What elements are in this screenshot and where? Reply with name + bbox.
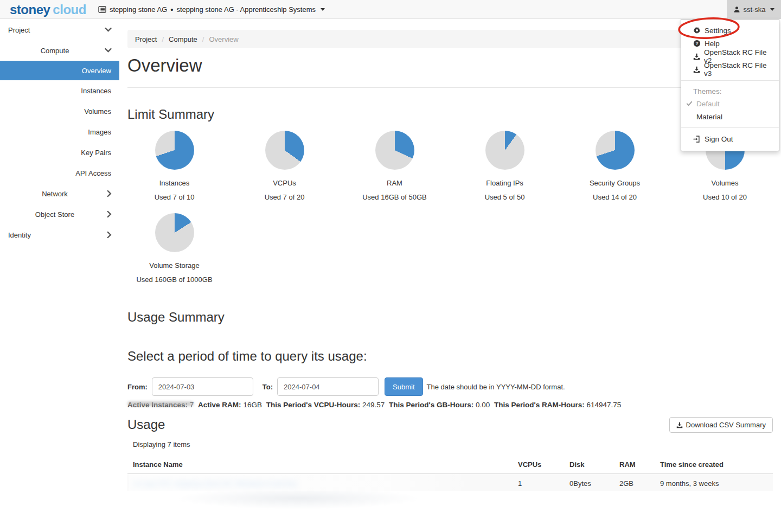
menu-item-rc-file-v3[interactable]: OpenStack RC File v3 — [681, 63, 779, 76]
menu-item-label: Settings — [705, 27, 731, 35]
theme-option-default[interactable]: Default — [681, 97, 779, 110]
from-date-input[interactable] — [152, 377, 253, 396]
sidebar-item-label: Compute — [41, 47, 69, 55]
user-menu-button[interactable]: sst-ska — [727, 0, 781, 19]
sidebar-item-key-pairs[interactable]: Key Pairs — [0, 142, 119, 163]
redaction-haze-bottom — [136, 491, 472, 519]
breadcrumb-separator: / — [202, 35, 204, 43]
usage-title: Usage — [127, 417, 165, 432]
brand-bold: stoney — [10, 2, 50, 17]
breadcrumb-project[interactable]: Project — [135, 35, 157, 43]
sidebar-item-api-access[interactable]: API Access — [0, 163, 119, 183]
sidebar-item-identity[interactable]: Identity — [0, 225, 119, 245]
date-format-hint: The date should be in YYYY-MM-DD format. — [427, 383, 565, 391]
limit-chart-ram: RAM Used 16GB of 50GB — [340, 131, 450, 201]
stat-value: 249.57 — [362, 401, 385, 409]
domain-list-icon — [98, 6, 106, 13]
sidebar-item-volumes[interactable]: Volumes — [0, 101, 119, 121]
gear-icon — [693, 27, 701, 34]
pie-chart-instances — [155, 131, 194, 170]
theme-option-label: Material — [696, 113, 722, 121]
pie-chart-floating-ips — [485, 131, 524, 170]
page-cutoff-area — [0, 491, 781, 532]
user-icon — [733, 6, 740, 13]
date-query-form: From: To: Submit The date should be in Y… — [127, 377, 773, 396]
breadcrumb-overview: Overview — [209, 35, 238, 43]
table-header-row: Instance Name VCPUs Disk RAM Time since … — [127, 456, 773, 474]
sidebar-item-network[interactable]: Network — [0, 183, 119, 204]
limit-summary-charts: Instances Used 7 of 10 VCPUs Used 7 of 2… — [119, 131, 780, 296]
pie-chart-security-groups — [596, 131, 635, 170]
pie-usage: Used 10 of 20 — [703, 193, 747, 201]
sidebar-item-images[interactable]: Images — [0, 121, 119, 142]
svg-text:?: ? — [695, 41, 698, 46]
question-circle-icon: ? — [693, 40, 701, 47]
menu-item-sign-out[interactable]: Sign Out — [681, 132, 779, 145]
submit-button[interactable]: Submit — [385, 377, 422, 396]
usage-stats-line: Active Instances: 7 Active RAM: 16GB Thi… — [127, 401, 773, 409]
page-title: Overview — [127, 55, 773, 76]
sidebar-item-label: Identity — [8, 231, 31, 239]
user-name: sst-ska — [743, 5, 765, 14]
col-time-since-created: Time since created — [655, 456, 773, 474]
download-csv-button[interactable]: Download CSV Summary — [669, 417, 773, 433]
col-instance-name: Instance Name — [127, 456, 513, 474]
col-vcpus: VCPUs — [513, 456, 564, 474]
pie-chart-vcpus — [265, 131, 304, 170]
sidebar-item-label: Project — [8, 26, 30, 34]
sign-out-icon — [693, 136, 701, 143]
title-divider — [127, 87, 773, 88]
pie-usage: Used 160GB of 1000GB — [136, 275, 212, 284]
pie-label: Floating IPs — [486, 179, 523, 187]
items-count: Displaying 7 items — [127, 440, 773, 448]
themes-section-label: Themes: — [681, 85, 779, 97]
sidebar-nav: Project Compute Overview Instances Volum… — [0, 20, 119, 532]
stat-value: 0.00 — [476, 401, 490, 409]
pie-label: VCPUs — [273, 179, 296, 187]
download-icon — [676, 422, 683, 428]
chevron-down-icon — [770, 8, 774, 11]
stat-label: This Period's VCPU-Hours: — [266, 401, 360, 409]
sidebar-item-label: API Access — [75, 169, 111, 177]
menu-item-settings[interactable]: Settings — [681, 24, 779, 37]
pie-usage: Used 7 of 20 — [265, 193, 305, 201]
sidebar-item-label: Object Store — [35, 210, 74, 219]
sidebar-item-label: Images — [88, 128, 111, 136]
context-separator: • — [170, 7, 173, 12]
download-icon — [693, 53, 700, 60]
to-date-input[interactable] — [277, 377, 379, 396]
limit-chart-floating-ips: Floating IPs Used 5 of 50 — [450, 131, 560, 201]
sidebar-item-overview[interactable]: Overview — [0, 61, 119, 80]
menu-item-label: OpenStack RC File v3 — [704, 61, 773, 78]
limit-chart-security-groups: Security Groups Used 14 of 20 — [560, 131, 670, 201]
brand-light: cloud — [53, 2, 86, 17]
to-label: To: — [263, 383, 273, 391]
sidebar-item-instances[interactable]: Instances — [0, 80, 119, 101]
limit-chart-instances: Instances Used 7 of 10 — [119, 131, 229, 201]
stat-label: This Period's RAM-Hours: — [494, 401, 585, 409]
stat-value: 7 — [190, 401, 194, 409]
sidebar-item-compute[interactable]: Compute — [0, 40, 119, 61]
stat-value: 614947.75 — [587, 401, 622, 409]
project-switcher[interactable]: stepping stone AG • stepping stone AG - … — [98, 0, 325, 19]
stat-label: Active RAM: — [198, 401, 241, 409]
col-disk: Disk — [564, 456, 614, 474]
theme-option-material[interactable]: Material — [681, 110, 779, 123]
menu-divider — [681, 127, 779, 128]
breadcrumb-compute[interactable]: Compute — [169, 35, 197, 43]
chevron-down-icon — [321, 8, 325, 11]
limit-summary-title: Limit Summary — [127, 107, 773, 122]
limit-chart-vcpus: VCPUs Used 7 of 20 — [229, 131, 340, 201]
pie-usage: Used 7 of 10 — [155, 193, 195, 201]
from-label: From: — [127, 383, 148, 391]
usage-summary-title: Usage Summary — [127, 310, 773, 325]
user-dropdown-menu: Settings ? Help OpenStack RC File v2 Ope… — [681, 19, 779, 151]
pie-label: Instances — [159, 179, 190, 187]
pie-usage: Used 5 of 50 — [485, 193, 525, 201]
brand-logo[interactable]: stoneycloud — [10, 2, 86, 17]
sidebar-item-project[interactable]: Project — [0, 20, 119, 40]
chevron-down-icon — [105, 48, 112, 53]
instance-link-redacted[interactable]: sst-app-004: stepping stone AG: Windows … — [133, 479, 297, 488]
context-project: stepping stone AG - Apprenticeship Syste… — [177, 5, 316, 14]
sidebar-item-object-store[interactable]: Object Store — [0, 204, 119, 225]
